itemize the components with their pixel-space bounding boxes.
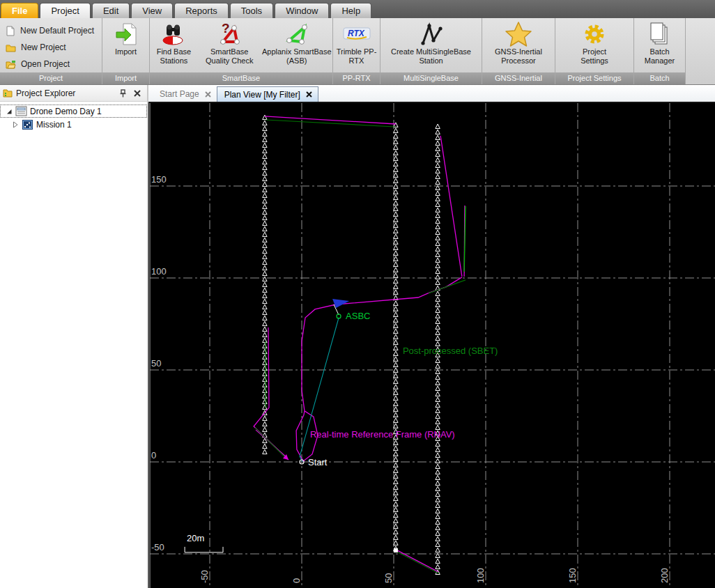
find-base-stations-label: Find Base Stations [150, 47, 198, 65]
tree-item-project-label: Drone Demo Day 1 [30, 107, 102, 116]
svg-text:150: 150 [151, 174, 167, 185]
ribbon-group-label-smartbase: SmartBase [150, 72, 332, 84]
tab-plan-view[interactable]: Plan View [My Filter] [217, 86, 318, 102]
tab-close-icon[interactable] [205, 91, 211, 98]
svg-text:50: 50 [151, 358, 161, 369]
menu-bar: FileProjectEditViewReportsToolsWindowHel… [0, 0, 715, 18]
svg-text:20m: 20m [187, 533, 204, 543]
pin-icon [119, 89, 127, 98]
smartbase-quality-check-label: SmartBase Quality Check [198, 47, 261, 65]
menu-tab-edit[interactable]: Edit [92, 3, 130, 18]
new-project-label: New Project [21, 42, 66, 52]
pin-panel-button[interactable] [117, 88, 128, 99]
tab-plan-view-label: Plan View [My Filter] [224, 90, 300, 100]
document-tabstrip: Start Page Plan View [My Filter] [148, 85, 715, 103]
expander-collapsed-icon[interactable] [12, 121, 19, 128]
project-tree: Drone Demo Day 1 Mission 1 [0, 102, 147, 131]
quality-check-icon: ? [216, 21, 243, 47]
svg-text:-50: -50 [151, 542, 164, 552]
tree-item-project[interactable]: Drone Demo Day 1 [0, 105, 147, 118]
ribbon-group-import: Import Import [102, 18, 150, 84]
batch-manager-button[interactable]: Batch Manager [637, 18, 683, 65]
menu-tab-window[interactable]: Window [275, 3, 329, 18]
gear-icon [582, 21, 607, 47]
gnss-inertial-processor-button[interactable]: GNSS-Inertial Processor [484, 18, 554, 65]
svg-text:ASBC: ASBC [346, 311, 370, 321]
svg-text:Start: Start [308, 457, 328, 467]
svg-text:?: ? [222, 22, 230, 36]
plan-view-plot: -50050100150-50050100150200ASBCPost-proc… [148, 103, 715, 588]
asb-network-icon [284, 21, 310, 47]
menu-tab-project[interactable]: Project [40, 3, 90, 18]
new-project-button[interactable]: New Project [6, 39, 66, 56]
document-area: Start Page Plan View [My Filter] -500501… [148, 85, 715, 588]
menu-tab-view[interactable]: View [131, 3, 173, 18]
ribbon-group-gnss-inertial: GNSS-Inertial Processor GNSS-Inertial [482, 18, 555, 84]
svg-text:-50: -50 [199, 570, 210, 583]
import-button[interactable]: Import [104, 18, 148, 56]
close-panel-button[interactable] [132, 88, 143, 99]
expander-expanded-icon[interactable] [6, 108, 13, 115]
svg-text:150: 150 [567, 568, 578, 583]
svg-text:100: 100 [475, 568, 486, 583]
close-icon [134, 90, 141, 97]
ribbon-group-label-project-settings: Project Settings [555, 72, 633, 84]
menu-tab-tools[interactable]: Tools [230, 3, 273, 18]
svg-text:200: 200 [659, 568, 670, 583]
gnss-inertial-processor-label: GNSS-Inertial Processor [484, 47, 554, 65]
tab-close-icon[interactable] [306, 91, 312, 98]
new-default-project-button[interactable]: New Default Project [6, 22, 94, 39]
svg-text:0: 0 [151, 450, 156, 461]
create-multisinglebase-label: Create MultiSingleBase Station [382, 47, 481, 65]
ribbon-filler [686, 18, 715, 84]
trimble-pp-rtx-button[interactable]: RTX Trimble PP-RTX [335, 18, 379, 65]
project-settings-label: Project Settings [568, 47, 621, 65]
project-explorer-title: Project Explorer [16, 88, 114, 98]
svg-text:Post-processed (SBET): Post-processed (SBET) [403, 346, 498, 356]
menu-tab-help[interactable]: Help [330, 3, 371, 18]
binoculars-icon [161, 21, 186, 47]
open-folder-icon [6, 60, 16, 69]
tree-item-mission[interactable]: Mission 1 [0, 118, 147, 131]
new-default-project-label: New Default Project [20, 26, 94, 36]
ribbon-group-project: New Default Project New Project Open Pro… [0, 18, 102, 84]
ribbon-group-label-multisinglebase: MultiSingleBase [380, 72, 482, 84]
ribbon-group-label-gnss-inertial: GNSS-Inertial [482, 72, 555, 84]
create-multisinglebase-button[interactable]: Create MultiSingleBase Station [382, 18, 481, 65]
rtx-logo-icon: RTX [343, 21, 371, 47]
svg-text:RTX: RTX [348, 29, 365, 38]
tab-start-page[interactable]: Start Page [153, 86, 217, 102]
svg-text:0: 0 [291, 578, 302, 583]
ribbon-group-batch: Batch Manager Batch [634, 18, 686, 84]
find-base-stations-button[interactable]: Find Base Stations [150, 18, 198, 65]
project-explorer-icon [3, 88, 13, 98]
open-project-button[interactable]: Open Project [6, 56, 70, 72]
menu-tab-file[interactable]: File [1, 3, 38, 18]
smartbase-quality-check-button[interactable]: ? SmartBase Quality Check [198, 18, 261, 65]
batch-manager-label: Batch Manager [637, 47, 683, 65]
project-settings-button[interactable]: Project Settings [568, 18, 621, 65]
import-label: Import [115, 47, 137, 56]
ribbon: New Default Project New Project Open Pro… [0, 18, 715, 85]
project-explorer-panel: Project Explorer Drone Demo Day 1 Missio… [0, 85, 148, 588]
applanix-smartbase-button[interactable]: Applanix SmartBase (ASB) [261, 18, 332, 65]
plot-canvas[interactable]: -50050100150-50050100150200ASBCPost-proc… [148, 103, 715, 588]
ribbon-group-label-project: Project [0, 72, 102, 84]
mission-icon [22, 119, 33, 130]
project-doc-icon [15, 106, 27, 116]
tree-item-mission-label: Mission 1 [36, 120, 72, 130]
menu-tab-reports[interactable]: Reports [174, 3, 229, 18]
open-project-label: Open Project [21, 59, 70, 69]
folder-icon [6, 43, 16, 52]
tab-start-page-label: Start Page [160, 89, 199, 99]
stacked-pages-icon [648, 21, 672, 47]
svg-text:Real-time Reference Frame (RNA: Real-time Reference Frame (RNAV) [310, 429, 455, 440]
ribbon-group-label-batch: Batch [634, 72, 685, 84]
applanix-smartbase-label: Applanix SmartBase (ASB) [261, 47, 332, 65]
app-window: FileProjectEditViewReportsToolsWindowHel… [0, 0, 715, 588]
new-page-icon [6, 26, 15, 36]
svg-text:100: 100 [151, 266, 167, 277]
ribbon-group-pprtx: RTX Trimble PP-RTX PP-RTX [333, 18, 380, 84]
svg-text:50: 50 [383, 573, 394, 583]
ribbon-group-label-pprtx: PP-RTX [333, 72, 380, 84]
